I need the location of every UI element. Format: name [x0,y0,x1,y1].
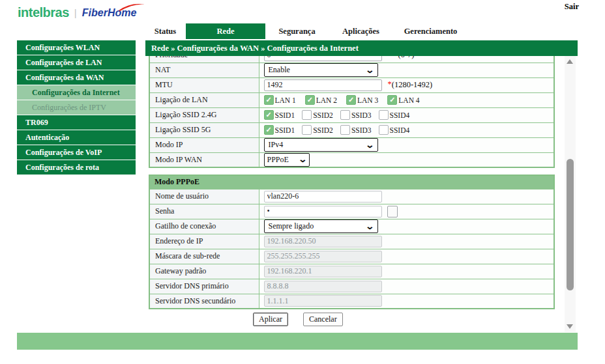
table-row-nome-usuario: Nome de usuário [149,189,554,204]
ssid5-checkbox-group: ✓SSID1 SSID2 SSID3 SSID4 [264,125,417,135]
username-input[interactable] [264,191,382,203]
lan1-checkbox[interactable]: ✓ [264,95,274,105]
table-gap [149,168,555,175]
sidebar-item-configuracoes-de-rota[interactable]: Configurações de rota [17,160,136,175]
table-row-mtu: MTU *(1280-1492) [149,77,554,92]
tab-rede[interactable]: Rede [186,23,265,39]
ip-address-field [264,236,382,247]
sidebar-item-configuracoes-da-wan[interactable]: Configurações da WAN [17,70,136,85]
form-actions: Aplicar Cancelar [253,313,555,326]
prioridade-range-hint: (0-7) [398,56,415,59]
secondary-dns-field [264,295,382,307]
scrollbar-thumb[interactable] [567,159,574,290]
fiberhome-logo-text: FiberHome [82,7,141,19]
chevron-down-icon: ⌄ [298,156,307,163]
modo-ip-wan-label: Modo IP WAN [149,152,259,167]
sidebar-item-tr069[interactable]: TR069 [17,115,136,130]
default-gateway-label: Gateway padrão [149,264,259,279]
primary-dns-field [264,281,382,292]
primary-dns-label: Servidor DNS primário [149,279,259,294]
ssid24-1-checkbox[interactable]: ✓ [264,110,274,120]
wan-config-table: Prioridade (0-7) NAT Enable ⌄ MTU *(1280… [149,56,555,168]
table-row-gateway-padrao: Gateway padrão [149,264,554,279]
modo-ip-wan-select[interactable]: PPPoE ⌄ [264,153,310,167]
sidebar-item-configuracoes-de-iptv[interactable]: Configurações de IPTV [17,100,136,115]
apply-button[interactable]: Aplicar [253,313,288,326]
mtu-label: MTU [149,77,259,92]
prioridade-label: Prioridade [149,56,259,63]
table-row-dns-secundario: Servidor DNS secundário [149,294,554,309]
table-row-dns-primario: Servidor DNS primário [149,279,554,294]
ssid5-1-checkbox[interactable]: ✓ [264,125,274,135]
vertical-scrollbar[interactable] [565,56,576,332]
chevron-down-icon: ⌄ [365,223,374,230]
sidebar-item-configuracoes-de-voip[interactable]: Configurações de VoIP [17,145,136,160]
lan3-checkbox[interactable]: ✓ [346,95,356,105]
sidebar-item-configuracoes-da-internet[interactable]: Configurações da Internet [17,85,136,100]
tab-seguranca[interactable]: Segurança [265,23,329,39]
lan2-checkbox[interactable]: ✓ [305,95,315,105]
modo-ip-wan-select-value: PPPoE [267,155,289,165]
ssid24-2-checkbox-label: SSID2 [313,111,333,119]
cancel-button[interactable]: Cancelar [303,313,343,326]
connection-trigger-select[interactable]: Sempre ligado ⌄ [264,219,378,233]
ssid5-4-checkbox-label: SSID4 [390,126,410,134]
sidebar-item-autenticacao[interactable]: Autenticação [17,130,136,145]
subnet-mask-field [264,251,382,262]
ssid24-1-checkbox-label: SSID1 [275,111,295,119]
pppoe-section-title: Modo PPPoE [149,175,554,189]
ssid5-2-checkbox-label: SSID2 [313,126,333,134]
lan2-checkbox-label: LAN 2 [316,96,337,104]
password-input[interactable] [264,206,382,217]
fiberhome-swoosh-icon [118,3,145,11]
default-gateway-field [264,266,382,277]
nat-label: NAT [149,63,259,77]
chevron-down-icon: ⌄ [365,67,374,74]
ssid24-2-checkbox[interactable] [302,110,312,120]
show-password-button[interactable] [387,206,398,217]
connection-trigger-label: Gatilho de conexão [149,219,259,234]
subnet-mask-label: Máscara de sub-rede [149,249,259,264]
tab-aplicacoes[interactable]: Aplicações [329,23,393,39]
mtu-input[interactable] [264,79,382,91]
lan4-checkbox[interactable]: ✓ [387,95,397,105]
lan1-checkbox-label: LAN 1 [275,96,296,104]
secondary-dns-label: Servidor DNS secundário [149,294,259,309]
table-row-ligacao-ssid-5g: Ligação SSID 5G ✓SSID1 SSID2 SSID3 SSID4 [149,122,554,137]
scroll-down-icon[interactable] [567,324,573,329]
ssid5-3-checkbox[interactable] [340,125,350,135]
ligacao-ssid5-label: Ligação SSID 5G [149,122,259,137]
lan3-checkbox-label: LAN 3 [357,96,378,104]
ssid24-4-checkbox[interactable] [379,110,389,120]
logout-link[interactable]: Sair [565,2,579,12]
ssid5-3-checkbox-label: SSID3 [351,126,372,134]
wan-settings-panel: Prioridade (0-7) NAT Enable ⌄ MTU *(1280… [147,56,555,332]
lan4-checkbox-label: LAN 4 [398,96,419,104]
footer-bar [17,333,578,350]
modo-ip-select[interactable]: IPv4 ⌄ [264,138,378,152]
ssid5-2-checkbox[interactable] [302,125,312,135]
table-row-senha: Senha [149,204,554,219]
ssid5-4-checkbox[interactable] [379,125,389,135]
chevron-down-icon: ⌄ [365,142,374,148]
nat-select[interactable]: Enable ⌄ [264,63,378,77]
ligacao-lan-label: Ligação de LAN [149,92,259,107]
table-row-ligacao-lan: Ligação de LAN ✓LAN 1 ✓LAN 2 ✓LAN 3 ✓LAN… [149,92,554,107]
tab-gerenciamento[interactable]: Gerenciamento [393,23,468,39]
intelbras-logo-text: intelbras [18,5,69,20]
ssid24-3-checkbox-label: SSID3 [351,111,372,119]
logo-divider: | [74,7,77,18]
scroll-up-icon[interactable] [567,59,573,64]
ligacao-ssid24-label: Ligação SSID 2.4G [149,107,259,122]
sidebar-item-configuracoes-de-lan[interactable]: Configurações de LAN [17,55,136,70]
table-row-ligacao-ssid-24g: Ligação SSID 2.4G ✓SSID1 SSID2 SSID3 SSI… [149,107,554,122]
prioridade-input[interactable] [264,56,382,61]
ssid5-1-checkbox-label: SSID1 [275,126,295,134]
tab-status[interactable]: Status [145,23,186,39]
modo-ip-select-value: IPv4 [269,140,284,150]
ssid24-3-checkbox[interactable] [340,110,350,120]
ssid24-checkbox-group: ✓SSID1 SSID2 SSID3 SSID4 [264,110,417,120]
ssid24-4-checkbox-label: SSID4 [390,111,410,119]
pppoe-config-table: Modo PPPoE Nome de usuário Senha Gatilho… [149,175,555,309]
sidebar-item-configuracoes-wlan[interactable]: Configurações WLAN [17,40,136,55]
